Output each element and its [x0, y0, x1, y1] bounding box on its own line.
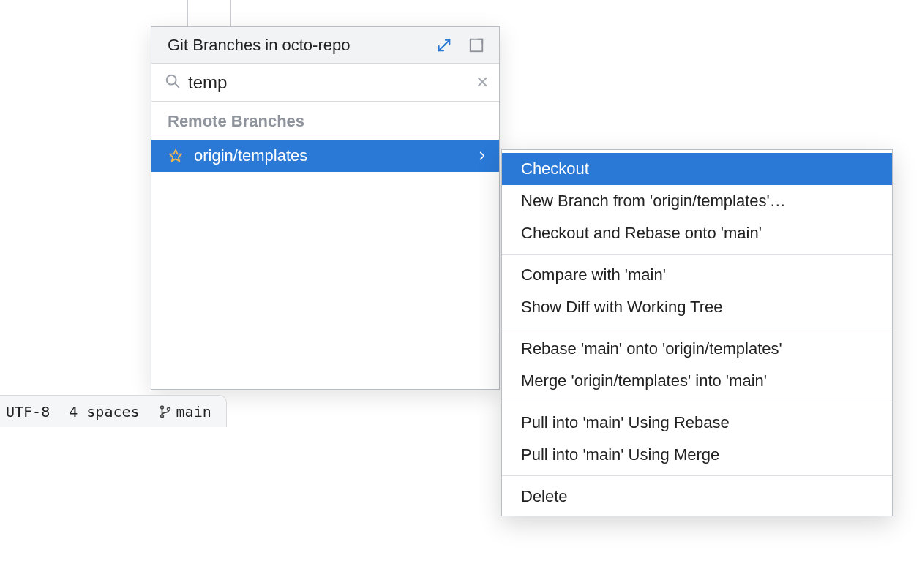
menu-item-compare[interactable]: Compare with 'main'	[502, 259, 892, 291]
menu-separator	[502, 475, 892, 476]
search-icon	[165, 73, 181, 92]
menu-separator	[502, 254, 892, 255]
menu-item-checkout-rebase[interactable]: Checkout and Rebase onto 'main'	[502, 217, 892, 249]
status-indent[interactable]: 4 spaces	[66, 403, 142, 421]
branch-search-input[interactable]	[188, 72, 468, 93]
menu-item-rebase-onto[interactable]: Rebase 'main' onto 'origin/templates'	[502, 333, 892, 365]
popup-header: Git Branches in octo-repo	[151, 27, 499, 64]
svg-marker-3	[170, 150, 182, 162]
expand-icon[interactable]	[464, 33, 489, 58]
branch-item-origin-templates[interactable]: origin/templates	[151, 140, 499, 172]
clear-search-icon[interactable]: ✕	[476, 73, 489, 92]
branch-icon	[159, 405, 172, 418]
chevron-right-icon	[477, 146, 487, 165]
remote-branches-section-label: Remote Branches	[151, 102, 499, 140]
branch-name: origin/templates	[194, 146, 307, 165]
status-encoding[interactable]: UTF-8	[3, 403, 53, 421]
menu-item-new-branch-from[interactable]: New Branch from 'origin/templates'…	[502, 185, 892, 217]
star-icon[interactable]	[168, 148, 184, 164]
menu-item-pull-rebase[interactable]: Pull into 'main' Using Rebase	[502, 407, 892, 439]
branch-context-menu: Checkout New Branch from 'origin/templat…	[501, 149, 893, 516]
svg-rect-0	[471, 39, 483, 51]
menu-item-merge-into[interactable]: Merge 'origin/templates' into 'main'	[502, 365, 892, 397]
svg-line-2	[175, 83, 179, 87]
popup-notch	[187, 0, 231, 26]
branch-search-row: ✕	[151, 64, 499, 102]
git-branches-popup: Git Branches in octo-repo ✕	[151, 26, 500, 390]
menu-item-checkout[interactable]: Checkout	[502, 153, 892, 185]
fetch-icon[interactable]	[432, 33, 457, 58]
status-branch[interactable]: main	[156, 403, 214, 421]
status-branch-name: main	[176, 403, 211, 421]
popup-title: Git Branches in octo-repo	[168, 36, 424, 55]
menu-item-show-diff[interactable]: Show Diff with Working Tree	[502, 291, 892, 323]
menu-item-delete[interactable]: Delete	[502, 480, 892, 513]
menu-separator	[502, 402, 892, 402]
menu-separator	[502, 328, 892, 328]
menu-item-pull-merge[interactable]: Pull into 'main' Using Merge	[502, 439, 892, 471]
status-bar: UTF-8 4 spaces main	[0, 395, 227, 427]
